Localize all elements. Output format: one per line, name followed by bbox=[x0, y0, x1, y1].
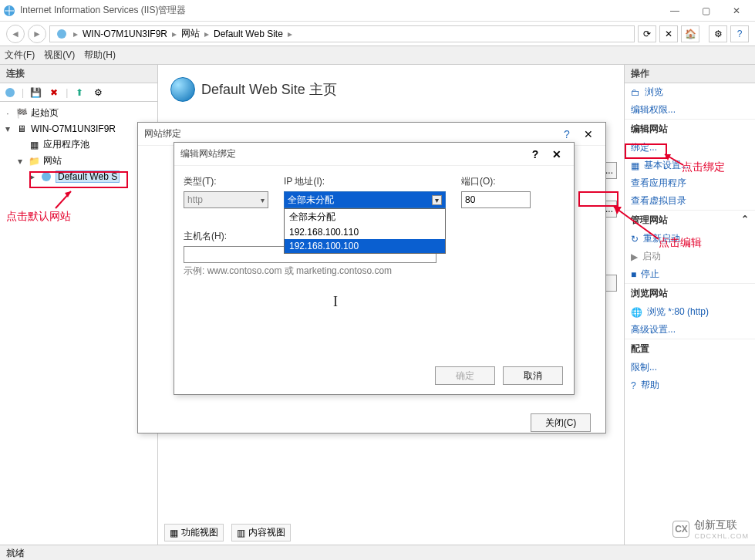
text-cursor-icon: I bbox=[333, 294, 338, 310]
watermark-sub: CDCXHL.COM bbox=[694, 532, 749, 540]
action-stop[interactable]: ■停止 bbox=[625, 265, 755, 283]
watermark: CX 创新互联 CDCXHL.COM bbox=[672, 518, 749, 540]
action-edit-permissions[interactable]: 编辑权限... bbox=[625, 101, 755, 119]
doc-icon: ▦ bbox=[631, 160, 639, 171]
app-icon bbox=[3, 5, 15, 17]
features-icon: ▦ bbox=[170, 528, 178, 538]
close-button[interactable]: ✕ bbox=[721, 1, 752, 21]
expander-icon[interactable]: ▸ bbox=[28, 171, 37, 182]
dialog1-title: 网站绑定 bbox=[144, 127, 556, 140]
dialog2-titlebar: 编辑网站绑定 ? ✕ bbox=[174, 143, 574, 166]
action-basic-settings[interactable]: ▦基本设置... bbox=[625, 157, 755, 174]
type-label: 类型(T): bbox=[184, 175, 268, 188]
play-icon: ▶ bbox=[631, 251, 638, 262]
dialog1-help-button[interactable]: ? bbox=[556, 126, 578, 143]
section-editsite: 编辑网站 bbox=[625, 119, 755, 139]
dialog1-close-button[interactable]: ✕ bbox=[578, 126, 599, 143]
chevron-down-icon: ▾ bbox=[261, 196, 265, 204]
forward-button[interactable]: ► bbox=[28, 25, 46, 43]
tree-default-website[interactable]: ▸ Default Web S bbox=[28, 169, 154, 184]
breadcrumb-defaultsite[interactable]: Default Web Site bbox=[214, 29, 283, 39]
dialog2-title: 编辑网站绑定 bbox=[180, 147, 524, 160]
ip-option-110[interactable]: 192.168.100.110 bbox=[285, 225, 445, 239]
up-icon[interactable]: ⬆ bbox=[72, 86, 86, 100]
action-bindings[interactable]: 绑定... bbox=[625, 139, 755, 157]
settings-button[interactable]: ⚙ bbox=[709, 25, 727, 42]
tree-startpage[interactable]: · 🏁 起始页 bbox=[3, 105, 154, 121]
section-manage: 管理网站⌃ bbox=[625, 210, 755, 230]
edit-binding-dialog: 编辑网站绑定 ? ✕ 类型(T): http▾ IP 地址(I): 全部未分配▾… bbox=[174, 142, 575, 395]
chevron-down-icon: ▾ bbox=[432, 195, 442, 205]
action-browse[interactable]: 🗀浏览 bbox=[625, 83, 755, 101]
start-icon: 🏁 bbox=[15, 107, 28, 120]
breadcrumb-server[interactable]: WIN-O7M1UN3IF9R bbox=[83, 29, 167, 39]
action-limits[interactable]: 限制... bbox=[625, 359, 755, 376]
open-icon: 🗀 bbox=[631, 87, 640, 98]
page-header: Default Web Site 主页 bbox=[164, 71, 618, 108]
connections-header: 连接 bbox=[0, 65, 157, 83]
server-icon bbox=[55, 27, 69, 41]
refresh-button[interactable]: ⟳ bbox=[638, 25, 656, 42]
hostname-hint: 示例: www.contoso.com 或 marketing.contoso.… bbox=[184, 265, 565, 278]
port-input[interactable] bbox=[461, 191, 531, 208]
globe-icon bbox=[40, 170, 52, 183]
type-select: http▾ bbox=[184, 191, 268, 208]
content-icon: ▥ bbox=[237, 528, 245, 538]
action-start[interactable]: ▶启动 bbox=[625, 248, 755, 265]
ip-dropdown-list: 全部未分配 192.168.100.110 192.168.100.100 bbox=[284, 208, 446, 254]
watermark-brand: 创新互联 bbox=[694, 518, 749, 532]
ip-option-unassigned[interactable]: 全部未分配 bbox=[285, 209, 445, 225]
action-view-apps[interactable]: 查看应用程序 bbox=[625, 174, 755, 192]
maximize-button[interactable]: ▢ bbox=[690, 1, 721, 21]
chevron-up-icon[interactable]: ⌃ bbox=[741, 214, 749, 227]
breadcrumb-sites[interactable]: 网站 bbox=[181, 27, 200, 40]
help-icon: ? bbox=[631, 380, 636, 391]
home-button[interactable]: 🏠 bbox=[681, 25, 699, 42]
close-bindings-button[interactable]: 关闭(C) bbox=[531, 413, 591, 432]
view-tabs: ▦功能视图 ▥内容视图 bbox=[164, 524, 291, 541]
stop-button[interactable]: ✕ bbox=[659, 25, 678, 42]
menu-view[interactable]: 视图(V) bbox=[44, 49, 75, 62]
ip-label: IP 地址(I): bbox=[284, 175, 446, 188]
breadcrumb[interactable]: ▸ WIN-O7M1UN3IF9R ▸ 网站 ▸ Default Web Sit… bbox=[49, 25, 635, 42]
menu-file[interactable]: 文件(F) bbox=[5, 49, 35, 62]
watermark-logo-icon: CX bbox=[672, 521, 689, 538]
action-help[interactable]: ?帮助 bbox=[625, 376, 755, 394]
tree-server[interactable]: ▾ 🖥 WIN-O7M1UN3IF9R bbox=[3, 121, 154, 137]
status-bar: 就绪 bbox=[0, 545, 755, 560]
status-text: 就绪 bbox=[6, 548, 25, 558]
tree-sites[interactable]: ▾ 📁 网站 bbox=[15, 153, 154, 169]
section-browsesite: 浏览网站 bbox=[625, 283, 755, 303]
settings-icon[interactable]: ⚙ bbox=[91, 86, 105, 100]
dialog2-help-button[interactable]: ? bbox=[524, 146, 546, 163]
svg-point-3 bbox=[42, 172, 51, 181]
action-restart[interactable]: ↻重新启动 bbox=[625, 230, 755, 248]
connections-toolbar: | 💾 ✖ | ⬆ ⚙ bbox=[0, 83, 157, 102]
tab-content-view[interactable]: ▥内容视图 bbox=[231, 524, 291, 541]
menu-help[interactable]: 帮助(H) bbox=[84, 49, 116, 62]
tree-apppools[interactable]: ▦ 应用程序池 bbox=[15, 137, 154, 153]
action-view-vdirs[interactable]: 查看虚拟目录 bbox=[625, 192, 755, 210]
save-icon[interactable]: 💾 bbox=[29, 86, 42, 100]
ip-option-100[interactable]: 192.168.100.100 bbox=[285, 239, 445, 253]
expander-icon[interactable]: ▾ bbox=[3, 123, 12, 134]
action-browse-80[interactable]: 🌐浏览 *:80 (http) bbox=[625, 303, 755, 321]
minimize-button[interactable]: — bbox=[659, 1, 690, 21]
action-advanced-settings[interactable]: 高级设置... bbox=[625, 321, 755, 339]
section-config: 配置 bbox=[625, 339, 755, 359]
connections-tree: · 🏁 起始页 ▾ 🖥 WIN-O7M1UN3IF9R ▦ 应用程序池 ▾ 📁 bbox=[0, 102, 157, 187]
globe-icon: 🌐 bbox=[631, 307, 642, 318]
dialog2-close-button[interactable]: ✕ bbox=[546, 146, 568, 163]
expander-icon[interactable]: ▾ bbox=[15, 156, 25, 167]
help-button[interactable]: ? bbox=[730, 25, 749, 42]
connections-pane: 连接 | 💾 ✖ | ⬆ ⚙ · 🏁 起始页 ▾ 🖥 WIN-O7M1UN3IF… bbox=[0, 65, 158, 545]
tab-features-view[interactable]: ▦功能视图 bbox=[164, 524, 224, 541]
connect-icon[interactable] bbox=[3, 86, 17, 100]
sites-icon: 📁 bbox=[28, 155, 40, 167]
delete-icon[interactable]: ✖ bbox=[47, 86, 61, 100]
back-button[interactable]: ◄ bbox=[6, 25, 25, 43]
cancel-button[interactable]: 取消 bbox=[503, 366, 563, 385]
ok-button[interactable]: 确定 bbox=[435, 366, 495, 385]
actions-header: 操作 bbox=[625, 65, 755, 83]
ip-address-select[interactable]: 全部未分配▾ bbox=[284, 191, 446, 208]
